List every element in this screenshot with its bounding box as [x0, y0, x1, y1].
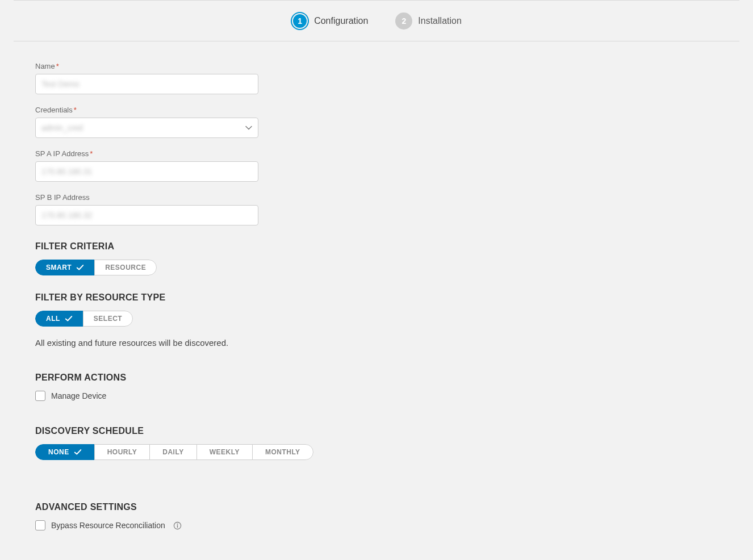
step-label-installation: Installation: [418, 16, 462, 26]
filter-resource-helper: All existing and future resources will b…: [35, 338, 718, 348]
chevron-down-icon: [245, 124, 252, 131]
label-manage-device: Manage Device: [51, 391, 106, 400]
wizard-stepper: 1 Configuration 2 Installation: [14, 0, 739, 41]
bypass-row: Bypass Resource Reconciliation: [35, 520, 718, 530]
pill-daily-label: DAILY: [162, 448, 183, 456]
label-spa-ip: SP A IP Address*: [35, 149, 718, 158]
check-icon: [76, 264, 84, 271]
filter-criteria-toggle: SMART RESOURCE: [35, 260, 157, 275]
schedule-toggle: NONE HOURLY DAILY WEEKLY MONTHLY: [35, 444, 313, 460]
input-spa-ip[interactable]: 170.80.180.31: [35, 161, 258, 182]
label-spb-ip-text: SP B IP Address: [35, 193, 90, 202]
pill-smart[interactable]: SMART: [35, 260, 95, 275]
field-spa-ip: SP A IP Address* 170.80.180.31: [35, 149, 718, 182]
pill-daily[interactable]: DAILY: [149, 444, 196, 460]
heading-advanced-settings: ADVANCED SETTINGS: [35, 502, 718, 512]
step-label-configuration: Configuration: [314, 16, 368, 26]
required-marker: *: [74, 106, 77, 114]
label-credentials: Credentials*: [35, 106, 718, 114]
field-credentials: Credentials* admin_cred: [35, 106, 718, 138]
pill-hourly[interactable]: HOURLY: [94, 444, 150, 460]
input-spa-ip-value: 170.80.180.31: [41, 167, 93, 176]
label-name: Name*: [35, 62, 718, 70]
label-bypass: Bypass Resource Reconciliation: [51, 521, 165, 530]
select-credentials-value: admin_cred: [41, 123, 83, 132]
pill-resource[interactable]: RESOURCE: [94, 260, 157, 275]
heading-filter-resource-type: FILTER BY RESOURCE TYPE: [35, 292, 718, 303]
step-configuration[interactable]: 1 Configuration: [291, 12, 368, 30]
pill-hourly-label: HOURLY: [107, 448, 137, 456]
input-spb-ip[interactable]: 170.80.180.32: [35, 205, 258, 225]
page-root: 1 Configuration 2 Installation Name* Tes…: [0, 0, 753, 560]
step-installation[interactable]: 2 Installation: [395, 12, 462, 30]
label-spb-ip: SP B IP Address: [35, 193, 718, 202]
heading-perform-actions: PERFORM ACTIONS: [35, 373, 718, 383]
input-spb-ip-value: 170.80.180.32: [41, 211, 93, 220]
svg-rect-2: [177, 525, 178, 528]
pill-all-label: ALL: [46, 315, 60, 323]
filter-resource-toggle: ALL SELECT: [35, 311, 133, 327]
step-number-1: 1: [293, 14, 307, 28]
manage-device-row: Manage Device: [35, 391, 718, 401]
select-credentials[interactable]: admin_cred: [35, 118, 258, 138]
pill-monthly[interactable]: MONTHLY: [252, 444, 313, 460]
label-credentials-text: Credentials: [35, 106, 73, 114]
heading-filter-criteria: FILTER CRITERIA: [35, 241, 718, 252]
pill-none-label: NONE: [48, 448, 69, 456]
pill-none[interactable]: NONE: [35, 444, 95, 460]
label-spa-ip-text: SP A IP Address: [35, 149, 89, 158]
field-name: Name* Test Demo: [35, 62, 718, 94]
label-name-text: Name: [35, 62, 55, 70]
pill-resource-label: RESOURCE: [105, 264, 146, 271]
checkbox-bypass[interactable]: [35, 520, 45, 530]
pill-select[interactable]: SELECT: [83, 311, 133, 327]
step-number-2: 2: [395, 12, 412, 30]
field-spb-ip: SP B IP Address 170.80.180.32: [35, 193, 718, 225]
check-icon: [65, 315, 73, 323]
info-icon[interactable]: [173, 521, 182, 530]
checkbox-manage-device[interactable]: [35, 391, 45, 401]
required-marker: *: [56, 62, 59, 70]
heading-discovery-schedule: DISCOVERY SCHEDULE: [35, 426, 718, 436]
required-marker: *: [90, 149, 93, 158]
input-name-value: Test Demo: [41, 80, 80, 89]
pill-select-label: SELECT: [94, 315, 122, 323]
check-icon: [74, 448, 82, 456]
form-content: Name* Test Demo Credentials* admin_cred …: [0, 41, 753, 542]
pill-weekly-label: WEEKLY: [210, 448, 240, 456]
svg-point-1: [177, 523, 178, 524]
pill-all[interactable]: ALL: [35, 311, 83, 327]
pill-monthly-label: MONTHLY: [265, 448, 300, 456]
pill-weekly[interactable]: WEEKLY: [196, 444, 253, 460]
input-name-wrapper[interactable]: Test Demo: [35, 74, 258, 94]
pill-smart-label: SMART: [46, 264, 72, 271]
